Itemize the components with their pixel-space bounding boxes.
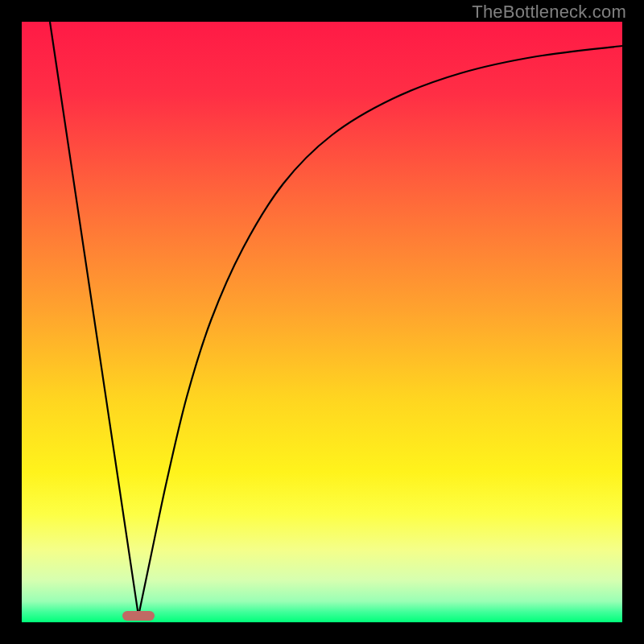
chart-frame: TheBottleneck.com <box>0 0 644 644</box>
left-line <box>50 22 138 616</box>
right-curve <box>138 46 622 616</box>
plot-area <box>22 22 622 622</box>
curves-layer <box>22 22 622 622</box>
watermark-text: TheBottleneck.com <box>472 2 626 23</box>
bottleneck-marker <box>122 611 155 621</box>
